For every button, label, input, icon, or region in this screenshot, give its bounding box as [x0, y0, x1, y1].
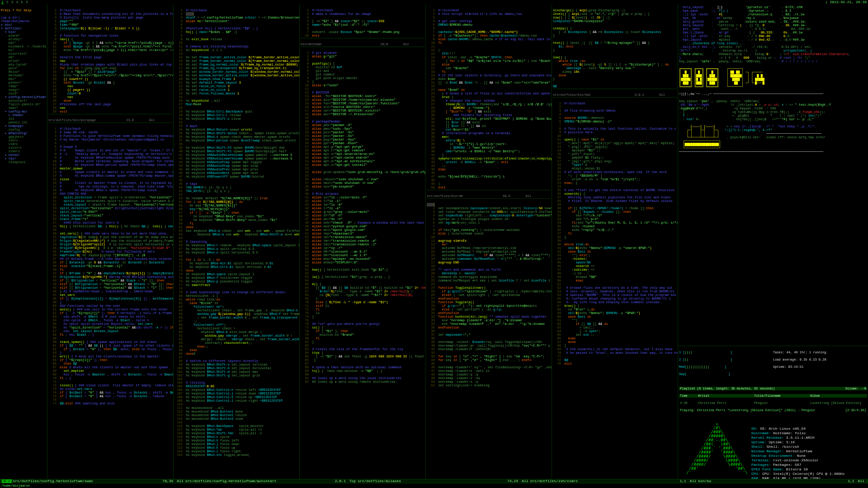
status-file-3: src/dotfiles/aliases [358, 479, 505, 483]
ncmpcpp-track-row[interactable]: 4:36 Christina Perri Penguin Lovestrong … [679, 401, 867, 405]
ncmpcpp-columns: Time Artist Title/Filename Album [679, 394, 867, 398]
ncmpcpp-nowplaying: Playing: Christina Perri "Lovestrong [De… [679, 408, 867, 412]
vim-pane-2[interactable]: 1 #!/bin/bash 2 2 3 dconf = ~/.config/he… [174, 5, 300, 479]
archey-shell: Shell: /bin/zsh [767, 445, 799, 449]
archey-logo: + /#\ /###\ /#####\ /##.-.##\ /##( )##\ … [679, 422, 867, 479]
archey-cpu: CPU: Intel(R) Celeron(R) CPU @ 1.40GHz [762, 472, 844, 476]
nerdtree-sidebar[interactable]: Press ? for help (up a dir) /home/minjaa… [0, 5, 47, 479]
ncmpcpp-playlist-header: Playlist (8 items, length: 35 minutes, 2… [679, 387, 867, 390]
htop-load: Load average: 0.35 0.23 0.20 [773, 358, 867, 361]
tag-2[interactable]: 2 [6, 0, 9, 4]
top-panel: 1 2 3 4 5 X | 2013-02-21, 20:39 [0, 0, 868, 5]
vim-pane-3[interactable]: 1 #!/bin/bash 2 # make a thumbnail for a… [300, 5, 426, 479]
vim-statusline: N > src/dotfiles/config-herbstluftwm/swa… [0, 479, 868, 483]
status-file-2: src/dotfiles/config-herbstluftwm/autosta… [185, 479, 333, 483]
vim-pane-1[interactable]: 1 #!/bin/bash 2 # Make html documents co… [47, 5, 174, 479]
archey-host: Hostname: folio [773, 431, 806, 435]
status-host: N > [2, 479, 12, 483]
vim-pane-5[interactable]: discharge() { acpi|grep Discharging ;} l… [552, 5, 678, 479]
workspace-tags[interactable]: 1 2 3 4 5 X [1, 0, 28, 4]
tag-x[interactable]: X [26, 0, 28, 4]
footer-cwd: /home/minjaaron [0, 483, 868, 488]
status-file-4: src/dotfiles/zsh/vimrc [530, 479, 678, 483]
vim-pane-4[interactable]: 1 #!/bin/bash 2 # this script started it… [426, 5, 552, 479]
code-dump-panel[interactable]: . hory_layout . ];} 'pyrsetor.ui' . 0/23… [678, 5, 868, 346]
status-file-5: bin/bu [698, 479, 846, 483]
bottom-right-panel: 1 [|||| ] Tasks: 44, 48 thr; 1 running 2… [678, 346, 868, 479]
clock: | 2013-02-21, 20:39 [826, 0, 867, 4]
archey-uptime: Uptime: 3:16 [769, 440, 795, 444]
tag-3[interactable]: 3 [11, 0, 14, 4]
archey-os: OS: Arch Linux x86_64 [760, 427, 806, 431]
status-file-1: src/dotfiles/config-herbstluftwm/swac [13, 479, 160, 483]
htop-uptime: Uptime: 03:16:51 [773, 365, 867, 369]
archey-pkg: Packages: 567 [773, 463, 801, 467]
tag-5[interactable]: 5 [21, 0, 23, 4]
tag-1[interactable]: 1 [1, 0, 4, 4]
tag-4[interactable]: 4 [16, 0, 18, 4]
right-column: . hory_layout . ];} 'pyrsetor.ui' . 0/23… [678, 5, 868, 479]
htop-tasks: Tasks: 44, 48 thr; 1 running [773, 351, 867, 354]
